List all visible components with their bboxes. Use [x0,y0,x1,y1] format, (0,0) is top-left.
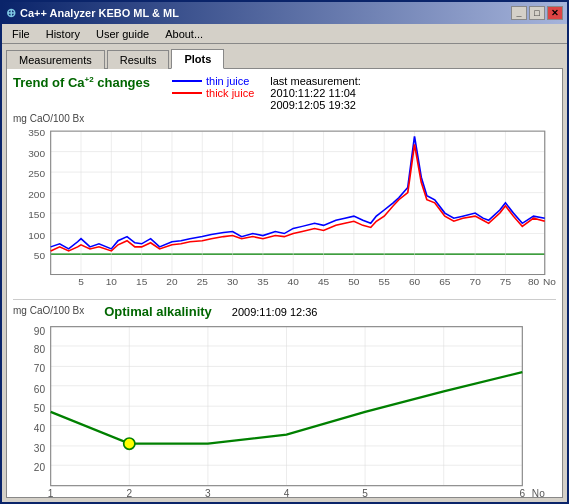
svg-text:30: 30 [34,443,46,454]
svg-text:20: 20 [166,276,177,286]
svg-text:200: 200 [28,189,45,199]
top-chart-header: Trend of Ca+2 changes thin juice thick j… [13,75,556,111]
optimal-date: 2009:11:09 12:36 [232,306,318,318]
menu-file[interactable]: File [4,26,38,42]
svg-text:No: No [543,276,556,286]
svg-text:30: 30 [227,276,238,286]
svg-point-78 [124,438,135,449]
svg-text:70: 70 [34,363,46,374]
tab-bar: Measurements Results Plots [2,44,567,68]
thin-juice-date: 2010:11:22 11:04 [270,87,360,99]
svg-text:40: 40 [34,423,46,434]
svg-text:1: 1 [48,488,54,497]
tab-results[interactable]: Results [107,50,170,69]
svg-text:50: 50 [34,251,45,261]
svg-text:65: 65 [439,276,450,286]
tab-measurements[interactable]: Measurements [6,50,105,69]
bottom-chart-section: mg CaO/100 Bx Optimal alkalinity 2009:11… [13,304,556,497]
top-chart-svg: 350 300 250 200 150 100 50 5 10 15 20 25… [17,126,556,295]
app-icon: ⊕ [6,6,16,20]
bottom-chart-svg: 90 80 70 60 50 40 30 20 1 2 3 4 5 6 No [17,321,556,497]
svg-text:100: 100 [28,230,45,240]
svg-text:250: 250 [28,169,45,179]
top-y-axis-label: mg CaO/100 Bx [13,113,556,124]
svg-text:50: 50 [348,276,359,286]
svg-text:60: 60 [34,384,46,395]
svg-text:5: 5 [78,276,84,286]
svg-text:6: 6 [520,488,526,497]
window-title: Ca++ Analyzer KEBO ML & ML [20,7,179,19]
svg-rect-0 [51,131,545,274]
title-bar-left: ⊕ Ca++ Analyzer KEBO ML & ML [6,6,179,20]
svg-text:20: 20 [34,462,46,473]
menu-bar: File History User guide About... [2,24,567,44]
svg-text:55: 55 [379,276,390,286]
legend-thick-juice: thick juice [172,87,254,99]
svg-text:60: 60 [409,276,420,286]
svg-text:40: 40 [288,276,299,286]
svg-text:150: 150 [28,210,45,220]
svg-text:5: 5 [362,488,368,497]
top-chart-section: Trend of Ca+2 changes thin juice thick j… [13,75,556,295]
svg-text:50: 50 [34,403,46,414]
svg-text:10: 10 [106,276,117,286]
thin-juice-line-icon [172,80,202,82]
menu-about[interactable]: About... [157,26,211,42]
svg-text:15: 15 [136,276,147,286]
svg-text:4: 4 [284,488,290,497]
svg-text:3: 3 [205,488,211,497]
title-bar: ⊕ Ca++ Analyzer KEBO ML & ML _ □ ✕ [2,2,567,24]
main-window: ⊕ Ca++ Analyzer KEBO ML & ML _ □ ✕ File … [0,0,569,504]
last-measurement-block: last measurement: 2010:11:22 11:04 2009:… [270,75,360,111]
svg-text:45: 45 [318,276,329,286]
optimal-title: Optimal alkalinity [104,304,212,319]
top-chart-title: Trend of Ca+2 changes [13,75,150,90]
bottom-chart-area: 90 80 70 60 50 40 30 20 1 2 3 4 5 6 No [17,321,556,497]
tab-plots[interactable]: Plots [171,49,224,69]
tab-content: Trend of Ca+2 changes thin juice thick j… [6,68,563,498]
svg-text:2: 2 [126,488,132,497]
minimize-button[interactable]: _ [511,6,527,20]
svg-text:No: No [532,488,545,497]
svg-text:80: 80 [528,276,539,286]
svg-text:80: 80 [34,344,46,355]
svg-text:25: 25 [197,276,208,286]
chart-legend: thin juice thick juice [172,75,254,99]
svg-text:350: 350 [28,128,45,138]
close-button[interactable]: ✕ [547,6,563,20]
svg-text:75: 75 [500,276,511,286]
svg-text:300: 300 [28,148,45,158]
svg-text:70: 70 [470,276,481,286]
bottom-y-axis-label: mg CaO/100 Bx [13,305,84,316]
menu-userguide[interactable]: User guide [88,26,157,42]
last-measurement-label: last measurement: [270,75,360,87]
legend-thin-juice: thin juice [172,75,254,87]
maximize-button[interactable]: □ [529,6,545,20]
thick-juice-line-icon [172,92,202,94]
menu-history[interactable]: History [38,26,88,42]
thin-juice-label: thin juice [206,75,249,87]
optimal-chart-header: mg CaO/100 Bx Optimal alkalinity 2009:11… [13,304,556,319]
section-divider [13,299,556,300]
svg-text:90: 90 [34,326,46,337]
svg-text:35: 35 [257,276,268,286]
title-buttons: _ □ ✕ [511,6,563,20]
top-chart-area: 350 300 250 200 150 100 50 5 10 15 20 25… [17,126,556,295]
thick-juice-label: thick juice [206,87,254,99]
thick-juice-date: 2009:12:05 19:32 [270,99,360,111]
